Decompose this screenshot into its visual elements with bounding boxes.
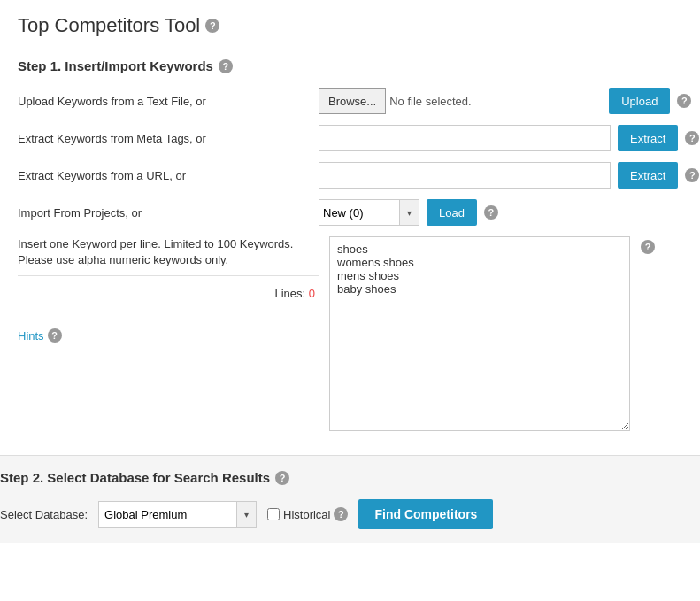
lines-counter: Lines: 0	[18, 287, 319, 300]
lines-label: Lines:	[274, 287, 305, 300]
step1-title: Step 1. Insert/Import Keywords ?	[18, 58, 682, 73]
page-title-help-icon[interactable]: ?	[205, 19, 219, 33]
extract-meta-button[interactable]: Extract	[618, 125, 678, 151]
keywords-left-panel: Insert one Keyword per line. Limited to …	[18, 236, 319, 434]
step1-title-text: Step 1. Insert/Import Keywords	[18, 58, 213, 73]
step1-section: Step 1. Insert/Import Keywords ? Upload …	[18, 58, 682, 434]
file-input-area: Browse... No file selected.	[319, 88, 602, 114]
url-row: Extract Keywords from a URL, or Extract …	[18, 162, 682, 189]
keywords-textarea[interactable]	[329, 236, 630, 431]
db-select-arrow-icon[interactable]: ▾	[236, 502, 256, 527]
historical-label: Historical	[283, 508, 330, 521]
url-input[interactable]	[319, 162, 611, 189]
keywords-divider	[18, 275, 319, 276]
db-label: Select Database:	[0, 508, 88, 521]
keywords-help-icon[interactable]: ?	[641, 240, 655, 254]
browse-button[interactable]: Browse...	[319, 88, 386, 114]
page-title: Top Competitors Tool ?	[18, 14, 682, 37]
historical-checkbox[interactable]	[267, 508, 280, 520]
project-control-area: New (0) ▾ Load ?	[319, 199, 682, 226]
historical-area: Historical ?	[267, 507, 348, 521]
extract-url-button[interactable]: Extract	[618, 162, 678, 189]
keywords-right-panel	[329, 236, 630, 434]
step2-title-text: Step 2. Select Database for Search Resul…	[0, 470, 270, 485]
lines-count: 0	[309, 287, 315, 300]
meta-label: Extract Keywords from Meta Tags, or	[18, 132, 319, 145]
project-help-icon[interactable]: ?	[484, 205, 498, 220]
project-row: Import From Projects, or New (0) ▾ Load …	[18, 199, 682, 226]
keywords-description: Insert one Keyword per line. Limited to …	[18, 236, 319, 268]
meta-row: Extract Keywords from Meta Tags, or Extr…	[18, 125, 682, 151]
upload-help-icon[interactable]: ?	[677, 94, 691, 108]
file-name-text: No file selected.	[389, 95, 602, 108]
hints-help-icon[interactable]: ?	[48, 328, 62, 343]
meta-help-icon[interactable]: ?	[685, 131, 699, 145]
project-select[interactable]: New (0)	[319, 200, 399, 225]
url-control-area: Extract ?	[319, 162, 699, 189]
meta-input[interactable]	[319, 125, 611, 151]
upload-button[interactable]: Upload	[609, 88, 670, 114]
step1-help-icon[interactable]: ?	[219, 59, 233, 73]
step2-section: Step 2. Select Database for Search Resul…	[0, 455, 700, 543]
url-label: Extract Keywords from a URL, or	[18, 169, 319, 182]
find-competitors-button[interactable]: Find Competitors	[358, 499, 493, 529]
keywords-section: Insert one Keyword per line. Limited to …	[18, 236, 682, 434]
step2-help-icon[interactable]: ?	[275, 471, 289, 485]
project-label: Import From Projects, or	[18, 206, 319, 220]
upload-label: Upload Keywords from a Text File, or	[18, 95, 319, 108]
project-select-arrow-icon[interactable]: ▾	[399, 200, 419, 225]
load-button[interactable]: Load	[427, 199, 477, 226]
meta-control-area: Extract ?	[319, 125, 699, 151]
url-help-icon[interactable]: ?	[685, 168, 699, 182]
db-select-wrapper: Global Premium ▾	[98, 501, 257, 528]
hints-label: Hints	[18, 329, 44, 343]
project-select-wrapper: New (0) ▾	[319, 199, 419, 226]
hints-link[interactable]: Hints ?	[18, 328, 62, 343]
step2-title: Step 2. Select Database for Search Resul…	[0, 470, 700, 485]
keywords-textarea-help: ?	[641, 236, 655, 434]
page-title-text: Top Competitors Tool	[18, 14, 200, 37]
upload-control-area: Browse... No file selected. Upload ?	[319, 88, 691, 114]
step2-row: Select Database: Global Premium ▾ Histor…	[0, 499, 700, 529]
database-select[interactable]: Global Premium	[99, 502, 236, 527]
upload-row: Upload Keywords from a Text File, or Bro…	[18, 88, 682, 114]
historical-help-icon[interactable]: ?	[334, 507, 348, 521]
